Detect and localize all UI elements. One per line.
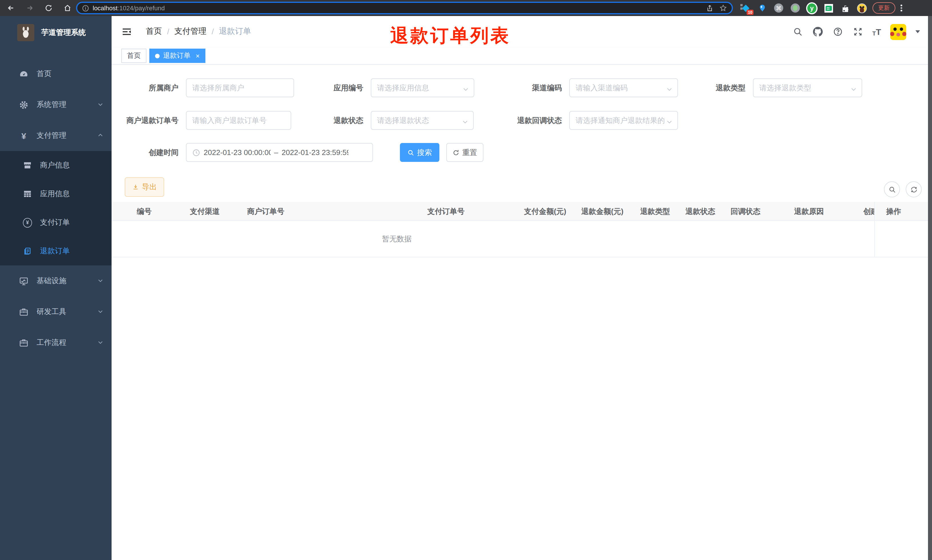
browser-back-button[interactable] (5, 2, 17, 14)
channel-select[interactable] (569, 78, 678, 97)
reload-icon (45, 4, 52, 12)
extension-greendot-icon[interactable] (789, 2, 801, 14)
forward-arrow-icon (26, 4, 34, 12)
chevron-down-icon (97, 308, 103, 316)
user-avatar[interactable] (890, 24, 906, 40)
sidebar-item-merchant-info[interactable]: 商户信息 (0, 151, 112, 180)
url-host: localhost (93, 5, 118, 11)
briefcase-icon (19, 307, 29, 317)
top-navbar: 首页 / 支付管理 / 退款订单 退款订单列表 (112, 16, 928, 48)
channel-select-input[interactable] (575, 83, 672, 92)
extension-puzzle-icon[interactable] (839, 2, 851, 14)
chevron-down-icon (850, 85, 857, 95)
create-time-range-picker[interactable]: 2022-01-23 00:00:00 – 2022-01-23 23:59:5… (186, 143, 373, 162)
extension-y-icon[interactable]: y (806, 2, 818, 14)
merchant-select-input[interactable] (192, 83, 288, 92)
column-header-refund-amount: 退款金额(元) (581, 202, 623, 221)
reset-button[interactable]: 重置 (446, 143, 483, 162)
font-size-icon[interactable]: TT (872, 27, 881, 37)
balloon-glyph (758, 4, 766, 12)
sidebar-item-dev-tools[interactable]: 研发工具 (0, 296, 112, 327)
page-title-annotation: 退款订单列表 (376, 25, 524, 46)
table-empty-row: 暂无数据 (112, 221, 928, 257)
refund-status-select-input[interactable] (377, 116, 468, 125)
column-header-refund-status: 退款状态 (685, 202, 715, 221)
refund-status-select[interactable] (371, 111, 474, 130)
breadcrumb-payment[interactable]: 支付管理 (174, 26, 206, 37)
grid-table-icon (23, 189, 32, 198)
date-end-value[interactable]: 2022-01-23 23:59:59 (281, 148, 348, 157)
sidebar-item-label: 首页 (37, 69, 51, 79)
date-separator: – (274, 148, 278, 157)
chevron-down-icon (462, 85, 469, 95)
sidebar-item-home[interactable]: 首页 (0, 58, 112, 89)
collapse-sidebar-button[interactable] (122, 27, 132, 36)
breadcrumb-home[interactable]: 首页 (146, 26, 162, 37)
sidebar-item-label: 研发工具 (37, 306, 66, 317)
sidebar-item-label: 退款订单 (40, 246, 70, 256)
sidebar-item-payment[interactable]: ¥ 支付管理 (0, 120, 112, 151)
tag-refund-order[interactable]: 退款订单 × (149, 49, 205, 63)
github-icon[interactable] (812, 26, 823, 37)
search-button-label: 搜索 (417, 147, 432, 158)
tag-home[interactable]: 首页 (121, 49, 146, 63)
app-select-input[interactable] (377, 83, 468, 92)
refund-type-select[interactable] (753, 78, 862, 97)
sidebar-item-refund-order[interactable]: 退款订单 (0, 237, 112, 265)
chevron-up-icon (97, 131, 103, 140)
extension-emoji-icon[interactable] (856, 2, 867, 14)
store-icon (23, 161, 32, 170)
window-scrollbar[interactable] (928, 16, 932, 560)
fullscreen-icon[interactable] (852, 26, 863, 37)
sidebar-item-workflow[interactable]: 工作流程 (0, 327, 112, 358)
merchant-select[interactable] (186, 78, 294, 97)
refresh-icon (910, 186, 917, 193)
dashboard-icon (19, 69, 29, 78)
filter-label-merchant-refund-no: 商户退款订单号 (112, 111, 178, 130)
yen-icon: ¥ (19, 131, 29, 140)
browser-menu-button[interactable] (901, 5, 902, 11)
app-select[interactable] (371, 78, 474, 97)
app-logo-row[interactable]: 芋道管理系统 (0, 16, 112, 48)
date-start-value[interactable]: 2022-01-23 00:00:00 (204, 148, 271, 157)
chrome-update-button[interactable]: 更新 (872, 2, 895, 14)
search-icon[interactable] (792, 26, 803, 37)
app-logo-image (17, 24, 34, 41)
reset-button-label: 重置 (462, 147, 477, 158)
extensions-row: 10 ⌘ y 更新 (740, 0, 902, 16)
refresh-table-button[interactable] (906, 182, 922, 197)
extension-balloon-icon[interactable] (757, 2, 768, 14)
sidebar-item-app-info[interactable]: 应用信息 (0, 180, 112, 208)
sidebar-item-system[interactable]: 系统管理 (0, 89, 112, 120)
merchant-refund-no-input-wrap[interactable] (186, 111, 291, 130)
callback-status-select[interactable] (569, 111, 678, 130)
callback-status-select-input[interactable] (575, 116, 672, 125)
main-area: 首页 / 支付管理 / 退款订单 退款订单列表 (112, 16, 928, 560)
extension-command-icon[interactable]: ⌘ (773, 2, 784, 14)
extension-chat-icon[interactable] (823, 2, 834, 14)
export-button[interactable]: 导出 (125, 177, 164, 197)
page-content: 所属商户 应用编号 渠道编码 退款类型 商户退款订单号 (112, 65, 928, 560)
close-icon[interactable]: × (196, 52, 200, 59)
merchant-refund-no-input[interactable] (192, 116, 285, 125)
site-info-icon[interactable] (82, 4, 89, 12)
filter-label-app: 应用编号 (306, 78, 363, 97)
help-icon[interactable] (832, 26, 843, 37)
sidebar-menu: 首页 系统管理 ¥ 支付管理 (0, 58, 112, 358)
search-button[interactable]: 搜索 (400, 143, 439, 162)
browser-home-button[interactable] (61, 2, 74, 14)
refresh-icon (452, 149, 460, 156)
gear-icon (19, 100, 29, 109)
toggle-search-button[interactable] (884, 182, 900, 197)
sidebar-item-infrastructure[interactable]: 基础设施 (0, 265, 112, 296)
empty-text: 暂无数据 (382, 234, 412, 244)
share-icon[interactable] (706, 4, 714, 12)
browser-reload-button[interactable] (42, 2, 55, 14)
extension-diamond-icon[interactable]: 10 (740, 2, 751, 14)
avatar-caret-icon[interactable] (915, 30, 920, 33)
browser-forward-button[interactable] (23, 2, 36, 14)
refund-type-select-input[interactable] (759, 83, 856, 92)
address-bar[interactable]: localhost:1024/pay/refund (76, 2, 733, 14)
sidebar-item-pay-order[interactable]: ¥ 支付订单 (0, 208, 112, 237)
bookmark-star-icon[interactable] (719, 4, 727, 12)
